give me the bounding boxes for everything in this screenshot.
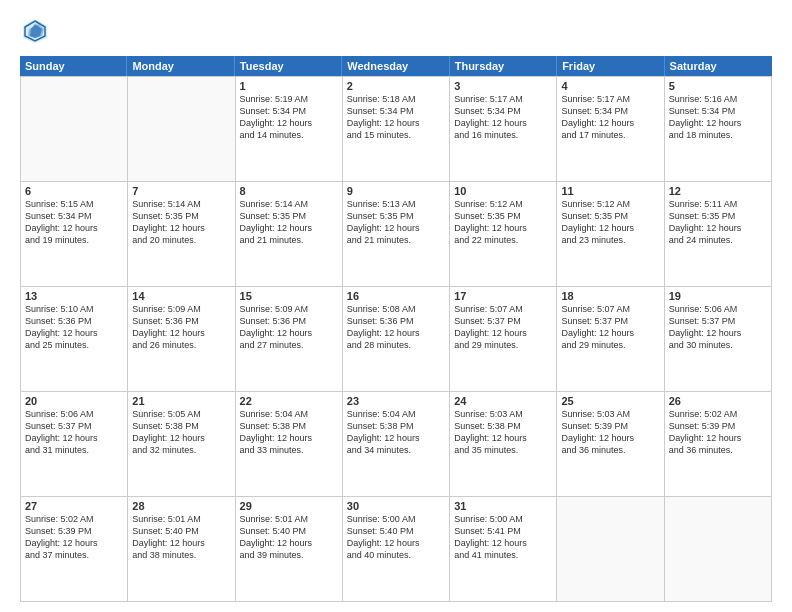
day-number: 20: [25, 395, 123, 407]
calendar-cell: 6Sunrise: 5:15 AM Sunset: 5:34 PM Daylig…: [21, 182, 128, 287]
calendar-cell: 20Sunrise: 5:06 AM Sunset: 5:37 PM Dayli…: [21, 392, 128, 497]
header-cell-saturday: Saturday: [665, 56, 772, 76]
calendar-cell: 18Sunrise: 5:07 AM Sunset: 5:37 PM Dayli…: [557, 287, 664, 392]
calendar-cell: 24Sunrise: 5:03 AM Sunset: 5:38 PM Dayli…: [450, 392, 557, 497]
day-info: Sunrise: 5:02 AM Sunset: 5:39 PM Dayligh…: [25, 513, 123, 562]
header-cell-tuesday: Tuesday: [235, 56, 342, 76]
calendar-cell: 16Sunrise: 5:08 AM Sunset: 5:36 PM Dayli…: [343, 287, 450, 392]
calendar-cell: 31Sunrise: 5:00 AM Sunset: 5:41 PM Dayli…: [450, 497, 557, 602]
calendar-cell: 23Sunrise: 5:04 AM Sunset: 5:38 PM Dayli…: [343, 392, 450, 497]
day-info: Sunrise: 5:11 AM Sunset: 5:35 PM Dayligh…: [669, 198, 767, 247]
calendar-cell: 29Sunrise: 5:01 AM Sunset: 5:40 PM Dayli…: [236, 497, 343, 602]
calendar: SundayMondayTuesdayWednesdayThursdayFrid…: [20, 56, 772, 602]
day-number: 24: [454, 395, 552, 407]
day-number: 15: [240, 290, 338, 302]
day-info: Sunrise: 5:10 AM Sunset: 5:36 PM Dayligh…: [25, 303, 123, 352]
day-info: Sunrise: 5:15 AM Sunset: 5:34 PM Dayligh…: [25, 198, 123, 247]
day-number: 17: [454, 290, 552, 302]
day-info: Sunrise: 5:05 AM Sunset: 5:38 PM Dayligh…: [132, 408, 230, 457]
calendar-cell: 10Sunrise: 5:12 AM Sunset: 5:35 PM Dayli…: [450, 182, 557, 287]
day-info: Sunrise: 5:02 AM Sunset: 5:39 PM Dayligh…: [669, 408, 767, 457]
day-info: Sunrise: 5:03 AM Sunset: 5:39 PM Dayligh…: [561, 408, 659, 457]
calendar-header: SundayMondayTuesdayWednesdayThursdayFrid…: [20, 56, 772, 76]
day-info: Sunrise: 5:17 AM Sunset: 5:34 PM Dayligh…: [561, 93, 659, 142]
day-info: Sunrise: 5:09 AM Sunset: 5:36 PM Dayligh…: [132, 303, 230, 352]
calendar-cell: 17Sunrise: 5:07 AM Sunset: 5:37 PM Dayli…: [450, 287, 557, 392]
day-number: 3: [454, 80, 552, 92]
day-info: Sunrise: 5:00 AM Sunset: 5:40 PM Dayligh…: [347, 513, 445, 562]
day-number: 28: [132, 500, 230, 512]
day-number: 1: [240, 80, 338, 92]
day-info: Sunrise: 5:19 AM Sunset: 5:34 PM Dayligh…: [240, 93, 338, 142]
day-info: Sunrise: 5:08 AM Sunset: 5:36 PM Dayligh…: [347, 303, 445, 352]
day-number: 11: [561, 185, 659, 197]
calendar-cell: 3Sunrise: 5:17 AM Sunset: 5:34 PM Daylig…: [450, 77, 557, 182]
day-info: Sunrise: 5:01 AM Sunset: 5:40 PM Dayligh…: [240, 513, 338, 562]
calendar-cell: 8Sunrise: 5:14 AM Sunset: 5:35 PM Daylig…: [236, 182, 343, 287]
calendar-cell: 22Sunrise: 5:04 AM Sunset: 5:38 PM Dayli…: [236, 392, 343, 497]
day-number: 12: [669, 185, 767, 197]
day-info: Sunrise: 5:14 AM Sunset: 5:35 PM Dayligh…: [132, 198, 230, 247]
day-info: Sunrise: 5:09 AM Sunset: 5:36 PM Dayligh…: [240, 303, 338, 352]
day-info: Sunrise: 5:07 AM Sunset: 5:37 PM Dayligh…: [454, 303, 552, 352]
day-number: 5: [669, 80, 767, 92]
day-number: 7: [132, 185, 230, 197]
calendar-cell: 15Sunrise: 5:09 AM Sunset: 5:36 PM Dayli…: [236, 287, 343, 392]
page-header: [20, 16, 772, 46]
calendar-cell: 2Sunrise: 5:18 AM Sunset: 5:34 PM Daylig…: [343, 77, 450, 182]
day-number: 18: [561, 290, 659, 302]
day-number: 10: [454, 185, 552, 197]
calendar-cell: 28Sunrise: 5:01 AM Sunset: 5:40 PM Dayli…: [128, 497, 235, 602]
calendar-cell: 19Sunrise: 5:06 AM Sunset: 5:37 PM Dayli…: [665, 287, 772, 392]
day-number: 29: [240, 500, 338, 512]
calendar-cell: 5Sunrise: 5:16 AM Sunset: 5:34 PM Daylig…: [665, 77, 772, 182]
day-number: 2: [347, 80, 445, 92]
day-number: 16: [347, 290, 445, 302]
calendar-cell: 25Sunrise: 5:03 AM Sunset: 5:39 PM Dayli…: [557, 392, 664, 497]
day-info: Sunrise: 5:16 AM Sunset: 5:34 PM Dayligh…: [669, 93, 767, 142]
day-info: Sunrise: 5:06 AM Sunset: 5:37 PM Dayligh…: [25, 408, 123, 457]
day-number: 22: [240, 395, 338, 407]
logo: [20, 16, 54, 46]
calendar-cell: 21Sunrise: 5:05 AM Sunset: 5:38 PM Dayli…: [128, 392, 235, 497]
calendar-page: SundayMondayTuesdayWednesdayThursdayFrid…: [0, 0, 792, 612]
day-info: Sunrise: 5:12 AM Sunset: 5:35 PM Dayligh…: [454, 198, 552, 247]
header-cell-sunday: Sunday: [20, 56, 127, 76]
calendar-row: 6Sunrise: 5:15 AM Sunset: 5:34 PM Daylig…: [21, 182, 772, 287]
day-number: 25: [561, 395, 659, 407]
day-number: 21: [132, 395, 230, 407]
day-info: Sunrise: 5:04 AM Sunset: 5:38 PM Dayligh…: [240, 408, 338, 457]
day-number: 23: [347, 395, 445, 407]
day-number: 14: [132, 290, 230, 302]
calendar-cell: [128, 77, 235, 182]
header-cell-friday: Friday: [557, 56, 664, 76]
logo-icon: [20, 16, 50, 46]
day-number: 4: [561, 80, 659, 92]
day-number: 31: [454, 500, 552, 512]
day-info: Sunrise: 5:14 AM Sunset: 5:35 PM Dayligh…: [240, 198, 338, 247]
day-info: Sunrise: 5:13 AM Sunset: 5:35 PM Dayligh…: [347, 198, 445, 247]
day-number: 27: [25, 500, 123, 512]
day-info: Sunrise: 5:07 AM Sunset: 5:37 PM Dayligh…: [561, 303, 659, 352]
day-number: 30: [347, 500, 445, 512]
day-info: Sunrise: 5:18 AM Sunset: 5:34 PM Dayligh…: [347, 93, 445, 142]
day-info: Sunrise: 5:03 AM Sunset: 5:38 PM Dayligh…: [454, 408, 552, 457]
day-info: Sunrise: 5:06 AM Sunset: 5:37 PM Dayligh…: [669, 303, 767, 352]
calendar-row: 1Sunrise: 5:19 AM Sunset: 5:34 PM Daylig…: [21, 77, 772, 182]
calendar-cell: [21, 77, 128, 182]
calendar-cell: 7Sunrise: 5:14 AM Sunset: 5:35 PM Daylig…: [128, 182, 235, 287]
calendar-cell: 4Sunrise: 5:17 AM Sunset: 5:34 PM Daylig…: [557, 77, 664, 182]
day-info: Sunrise: 5:17 AM Sunset: 5:34 PM Dayligh…: [454, 93, 552, 142]
day-number: 9: [347, 185, 445, 197]
calendar-row: 13Sunrise: 5:10 AM Sunset: 5:36 PM Dayli…: [21, 287, 772, 392]
day-number: 13: [25, 290, 123, 302]
calendar-cell: 9Sunrise: 5:13 AM Sunset: 5:35 PM Daylig…: [343, 182, 450, 287]
header-cell-monday: Monday: [127, 56, 234, 76]
header-cell-wednesday: Wednesday: [342, 56, 449, 76]
day-number: 19: [669, 290, 767, 302]
day-info: Sunrise: 5:01 AM Sunset: 5:40 PM Dayligh…: [132, 513, 230, 562]
calendar-cell: 12Sunrise: 5:11 AM Sunset: 5:35 PM Dayli…: [665, 182, 772, 287]
day-info: Sunrise: 5:12 AM Sunset: 5:35 PM Dayligh…: [561, 198, 659, 247]
calendar-body: 1Sunrise: 5:19 AM Sunset: 5:34 PM Daylig…: [20, 76, 772, 602]
day-number: 8: [240, 185, 338, 197]
